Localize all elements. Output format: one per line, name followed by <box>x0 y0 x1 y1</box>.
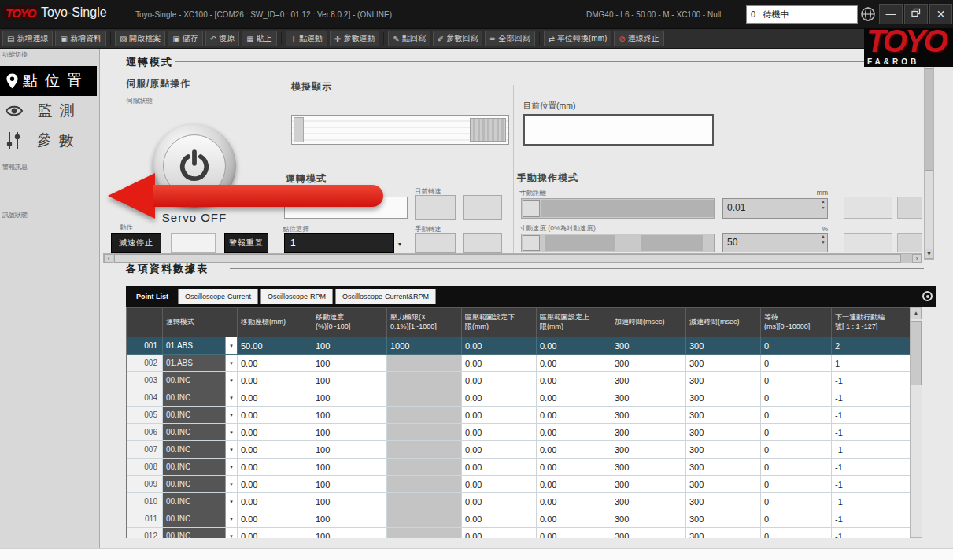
table-row-003[interactable]: 00300.INC▾0.001000.000.003003000-1 <box>127 372 911 389</box>
table-cell[interactable]: 0.00 <box>462 441 537 459</box>
mode-dropdown-button[interactable]: ▾ <box>225 424 237 440</box>
toolbar-button-2[interactable]: ▣新增資料 <box>55 31 105 46</box>
servo-power-button[interactable] <box>153 124 236 208</box>
table-cell[interactable]: 0 <box>761 389 832 407</box>
table-cell[interactable]: 0.00 <box>238 407 312 424</box>
mode-dropdown-button[interactable]: ▾ <box>225 459 237 475</box>
table-cell[interactable]: -1 <box>832 372 911 389</box>
gauge-carriage[interactable] <box>470 118 506 142</box>
table-cell[interactable]: 0.00 <box>462 510 537 528</box>
table-cell[interactable]: 0.00 <box>238 441 312 459</box>
tab-options-icon[interactable] <box>922 291 933 301</box>
table-cell[interactable]: 300 <box>686 441 761 459</box>
toolbar-button-11[interactable]: ✏全部回寫 <box>485 31 534 46</box>
table-cell[interactable] <box>387 476 462 493</box>
table-cell[interactable]: 300 <box>686 424 761 441</box>
table-cell[interactable]: 0.00 <box>537 493 611 510</box>
mode-dropdown-button[interactable]: ▾ <box>225 528 237 538</box>
mode-cell[interactable]: 00.INC▾ <box>163 407 238 424</box>
table-cell[interactable]: 100 <box>312 459 387 476</box>
toolbar-button-1[interactable]: ▤新增連線 <box>2 31 53 46</box>
table-cell[interactable]: 0.00 <box>537 441 611 459</box>
table-cell[interactable]: 0 <box>761 441 832 459</box>
table-cell[interactable]: 0.00 <box>238 372 312 389</box>
blank-button[interactable] <box>171 233 216 253</box>
scrollbar-thumb[interactable] <box>911 321 922 385</box>
toolbar-button-3[interactable]: ▨開啟檔案 <box>115 31 165 46</box>
table-cell[interactable]: 100 <box>312 355 387 372</box>
table-cell[interactable]: 0 <box>761 493 832 510</box>
table-cell[interactable] <box>387 510 462 528</box>
table-cell[interactable]: 300 <box>686 510 761 528</box>
table-cell[interactable]: 100 <box>312 493 387 510</box>
mode-cell[interactable]: 00.INC▾ <box>163 459 238 476</box>
table-cell[interactable] <box>387 372 462 389</box>
table-row-005[interactable]: 00500.INC▾0.001000.000.003003000-1 <box>127 407 911 424</box>
table-cell[interactable]: 0.00 <box>537 389 611 407</box>
mode-cell[interactable]: 00.INC▾ <box>163 424 238 441</box>
table-cell[interactable]: 2 <box>832 337 911 355</box>
table-cell[interactable]: 300 <box>611 424 686 441</box>
jog-speed-slider[interactable] <box>521 234 715 252</box>
table-cell[interactable]: 300 <box>611 459 686 476</box>
table-cell[interactable]: -1 <box>832 424 911 441</box>
table-cell[interactable]: 0.00 <box>537 337 611 355</box>
table-cell[interactable]: 0.00 <box>462 476 537 493</box>
table-cell[interactable]: 0.00 <box>462 355 537 372</box>
jog-speed-minus-button[interactable] <box>844 233 892 252</box>
toolbar-button-7[interactable]: ✛點運動 <box>286 31 327 46</box>
table-cell[interactable]: 100 <box>312 476 387 493</box>
table-cell[interactable] <box>387 407 462 424</box>
table-cell[interactable]: 300 <box>611 372 686 389</box>
restore-button[interactable] <box>904 4 928 24</box>
table-cell[interactable]: 0.00 <box>462 424 537 441</box>
table-cell[interactable]: 0.00 <box>238 389 312 407</box>
table-cell[interactable]: 0.00 <box>238 510 312 528</box>
current-position-field[interactable] <box>523 114 714 146</box>
toolbar-button-8[interactable]: ✜參數運動 <box>330 31 379 46</box>
table-row-007[interactable]: 00700.INC▾0.001000.000.003003000-1 <box>127 441 911 459</box>
table-cell[interactable]: 0 <box>761 476 832 493</box>
scroll-down-button[interactable]: ▼ <box>925 249 933 259</box>
table-cell[interactable]: 0.00 <box>462 459 537 476</box>
table-cell[interactable]: 100 <box>312 407 387 424</box>
table-row-012[interactable]: 01200.INC▾0.001000.000.003003000-1 <box>127 528 911 539</box>
jog-speed-plus-button[interactable] <box>897 233 922 252</box>
table-cell[interactable]: 0.00 <box>462 407 537 424</box>
mode-dropdown-button[interactable]: ▾ <box>225 372 237 389</box>
table-cell[interactable]: -1 <box>832 476 911 493</box>
toolbar-button-4[interactable]: ▣儲存 <box>168 31 202 46</box>
table-cell[interactable] <box>387 493 462 510</box>
table-cell[interactable]: 300 <box>611 337 686 355</box>
mode-dropdown-button[interactable]: ▾ <box>225 493 237 510</box>
close-button[interactable]: ✕ <box>929 4 952 24</box>
table-cell[interactable]: 0 <box>761 372 832 389</box>
table-cell[interactable]: 300 <box>686 389 761 407</box>
mode-dropdown-button[interactable]: ▾ <box>225 510 237 527</box>
table-cell[interactable]: 0.00 <box>238 355 312 372</box>
alarm-reset-button[interactable]: 警報重置 <box>224 233 268 253</box>
jog-distance-stepper[interactable]: 0.01 <box>722 198 828 219</box>
table-cell[interactable]: 0.00 <box>537 372 611 389</box>
tab-oscilloscope-current[interactable]: Oscilloscope-Current <box>178 289 258 304</box>
table-cell[interactable] <box>387 389 462 407</box>
table-cell[interactable]: 0.00 <box>537 355 611 372</box>
table-cell[interactable]: 300 <box>686 459 761 476</box>
table-cell[interactable]: 100 <box>312 372 387 389</box>
table-row-008[interactable]: 00800.INC▾0.001000.000.003003000-1 <box>127 459 911 476</box>
table-cell[interactable]: 100 <box>312 510 387 528</box>
table-cell[interactable]: 0.00 <box>238 424 312 441</box>
vertical-scrollbar[interactable]: ▼ <box>924 57 934 260</box>
table-cell[interactable]: 0 <box>761 459 832 476</box>
sidebar-item-monitor[interactable]: 監測 <box>0 96 100 126</box>
table-cell[interactable] <box>387 424 462 441</box>
table-cell[interactable] <box>387 459 462 476</box>
table-cell[interactable]: 0 <box>761 337 832 355</box>
table-cell[interactable] <box>387 441 462 459</box>
table-row-011[interactable]: 01100.INC▾0.001000.000.003003000-1 <box>127 510 911 528</box>
table-cell[interactable]: -1 <box>832 389 911 407</box>
table-row-004[interactable]: 00400.INC▾0.001000.000.003003000-1 <box>127 389 911 407</box>
table-cell[interactable]: 0.00 <box>537 476 611 493</box>
table-cell[interactable]: 300 <box>686 528 761 539</box>
table-cell[interactable]: -1 <box>832 441 911 459</box>
